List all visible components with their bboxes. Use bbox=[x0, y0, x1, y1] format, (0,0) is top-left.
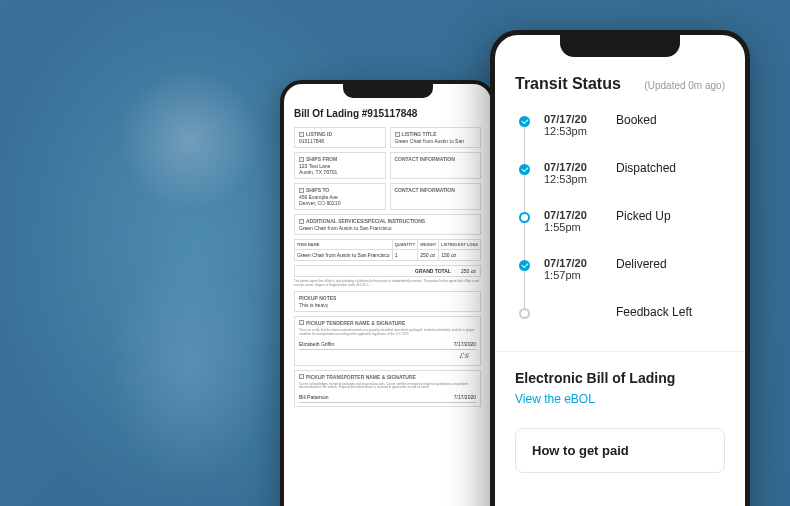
listing-title-value: Green Chair from Austin to San bbox=[395, 138, 477, 144]
step-label: Booked bbox=[616, 113, 725, 127]
contact-label-2: CONTACT INFORMATION bbox=[395, 187, 455, 193]
grand-total-value: 250 oz bbox=[461, 268, 476, 274]
bol-items-table: ITEM NAME QUANTITY WEIGHT LISTING EST LO… bbox=[294, 239, 481, 261]
transit-status-title: Transit Status bbox=[515, 75, 621, 93]
ships-to-value: 456 Example Ave Denver, CO 80210 bbox=[299, 194, 381, 206]
paid-card-title: How to get paid bbox=[532, 443, 708, 458]
step-date: 07/17/20 bbox=[544, 209, 602, 221]
legal-text: The parties agree that uShip is only pro… bbox=[294, 280, 481, 288]
listing-title-label: LISTING TITLE bbox=[402, 131, 437, 137]
timeline-step-dispatched[interactable]: 07/17/20 12:53pm Dispatched bbox=[519, 161, 725, 209]
listing-id-label: LISTING ID bbox=[306, 131, 332, 137]
checkbox-icon bbox=[299, 374, 304, 379]
timeline-step-delivered[interactable]: 07/17/20 1:57pm Delivered bbox=[519, 257, 725, 305]
listing-id-value: 915117848 bbox=[299, 138, 381, 144]
step-time: 12:53pm bbox=[544, 173, 602, 185]
th-qty: QUANTITY bbox=[392, 240, 417, 250]
transporter-text: Carrier acknowledges receipt of packages… bbox=[299, 383, 476, 391]
tenderer-date: 7/17/2020 bbox=[454, 341, 476, 347]
step-datetime: 07/17/20 12:53pm bbox=[544, 161, 602, 185]
checkbox-icon bbox=[299, 320, 304, 325]
tenderer-label: PICKUP TENDERER NAME & SIGNATURE bbox=[306, 320, 405, 326]
tenderer-name: Elizabeth Griffin bbox=[299, 341, 334, 347]
pickup-notes-label: PICKUP NOTES bbox=[299, 295, 336, 301]
step-time: 1:55pm bbox=[544, 221, 602, 233]
step-label: Dispatched bbox=[616, 161, 725, 175]
td-weight: 250 oz bbox=[418, 250, 439, 261]
step-datetime: 07/17/20 12:53pm bbox=[544, 113, 602, 137]
signature-icon: ℰ𝒢 bbox=[307, 352, 468, 360]
td-item: Green Chair from Austin to San Francisco bbox=[295, 250, 393, 261]
checkbox-icon bbox=[395, 132, 400, 137]
pickup-notes-value: This is heavy bbox=[299, 302, 476, 308]
transporter-name: Bill Patterson bbox=[299, 394, 328, 400]
check-icon bbox=[519, 260, 530, 271]
circle-empty-icon bbox=[519, 308, 530, 319]
bol-document: Bill Of Lading #915117848 LISTING ID 915… bbox=[284, 84, 491, 421]
timeline-step-feedback[interactable]: Feedback Left bbox=[519, 305, 725, 343]
check-icon bbox=[519, 164, 530, 175]
step-time: 1:57pm bbox=[544, 269, 602, 281]
tenderer-text: This is to certify that the above named … bbox=[299, 329, 476, 337]
circle-icon bbox=[519, 212, 530, 223]
phone-notch bbox=[560, 35, 680, 57]
ebol-section-title: Electronic Bill of Lading bbox=[515, 370, 725, 386]
contact-label: CONTACT INFORMATION bbox=[395, 156, 455, 162]
step-label: Feedback Left bbox=[616, 305, 725, 319]
transporter-date: 7/17/2020 bbox=[454, 394, 476, 400]
transporter-label: PICKUP TRANSPORTER NAME & SIGNATURE bbox=[306, 374, 416, 380]
phone-transit-status: Transit Status (Updated 0m ago) 07/17/20… bbox=[490, 30, 750, 506]
status-timeline: 07/17/20 12:53pm Booked 07/17/20 12:53pm… bbox=[515, 113, 725, 343]
addl-services-label: ADDITIONAL SERVICES/SPECIAL INSTRUCTIONS bbox=[306, 218, 425, 224]
view-ebol-link[interactable]: View the eBOL bbox=[515, 392, 725, 406]
step-date: 07/17/20 bbox=[544, 161, 602, 173]
check-icon bbox=[519, 116, 530, 127]
bol-title: Bill Of Lading #915117848 bbox=[294, 108, 481, 119]
grand-total-label: GRAND TOTAL bbox=[415, 268, 451, 274]
timeline-step-picked-up[interactable]: 07/17/20 1:55pm Picked Up bbox=[519, 209, 725, 257]
ships-to-label: SHIPS TO bbox=[306, 187, 329, 193]
th-item: ITEM NAME bbox=[295, 240, 393, 250]
how-to-get-paid-card[interactable]: How to get paid bbox=[515, 428, 725, 473]
td-qty: 1 bbox=[392, 250, 417, 261]
td-loss: 150 oz bbox=[439, 250, 481, 261]
step-datetime: 07/17/20 1:55pm bbox=[544, 209, 602, 233]
table-row: Green Chair from Austin to San Francisco… bbox=[295, 250, 481, 261]
phone-bill-of-lading: Bill Of Lading #915117848 LISTING ID 915… bbox=[280, 80, 495, 506]
checkbox-icon bbox=[299, 132, 304, 137]
addl-services-value: Green Chair from Austin to San Francisco bbox=[299, 225, 476, 231]
step-date: 07/17/20 bbox=[544, 113, 602, 125]
checkbox-icon bbox=[299, 157, 304, 162]
step-label: Delivered bbox=[616, 257, 725, 271]
step-datetime: 07/17/20 1:57pm bbox=[544, 257, 602, 281]
ships-from-value: 123 Test Lane Austin, TX 78701 bbox=[299, 163, 381, 175]
th-weight: WEIGHT bbox=[418, 240, 439, 250]
phone-notch bbox=[343, 84, 433, 98]
divider bbox=[495, 351, 745, 352]
timeline-step-booked[interactable]: 07/17/20 12:53pm Booked bbox=[519, 113, 725, 161]
step-date: 07/17/20 bbox=[544, 257, 602, 269]
step-time: 12:53pm bbox=[544, 125, 602, 137]
updated-timestamp: (Updated 0m ago) bbox=[644, 80, 725, 91]
checkbox-icon bbox=[299, 219, 304, 224]
checkbox-icon bbox=[299, 188, 304, 193]
th-loss: LISTING EST LOSS bbox=[439, 240, 481, 250]
ships-from-label: SHIPS FROM bbox=[306, 156, 337, 162]
step-label: Picked Up bbox=[616, 209, 725, 223]
